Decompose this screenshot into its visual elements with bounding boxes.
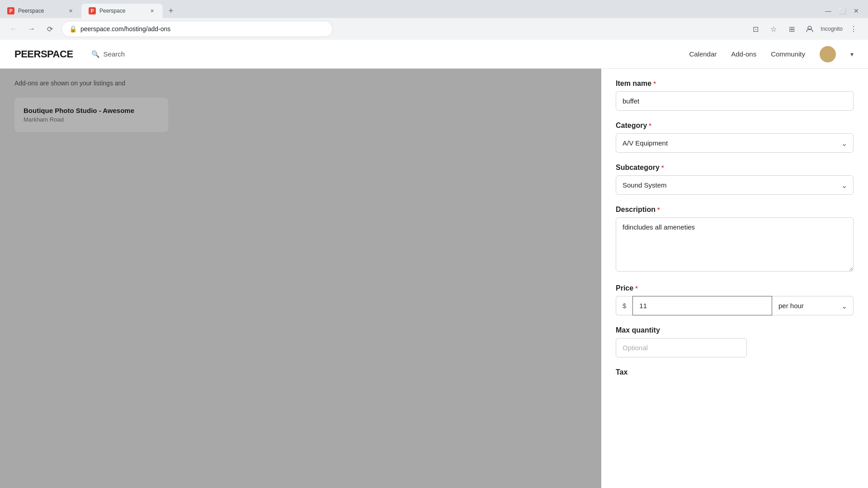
tab-2[interactable]: P Peerspace ✕	[81, 4, 163, 18]
incognito-label: Incognito	[821, 26, 843, 32]
subcategory-group: Subcategory * Sound System Microphone Pr…	[616, 164, 854, 195]
nav-calendar[interactable]: Calendar	[689, 50, 717, 58]
tab-favicon-1: P	[7, 7, 14, 14]
tab-bar: P Peerspace ✕ P Peerspace ✕ + — ⬜ ✕	[0, 0, 868, 18]
tab-close-1[interactable]: ✕	[67, 7, 74, 14]
user-avatar[interactable]	[820, 46, 836, 62]
url-text: peerspace.com/hosting/add-ons	[80, 25, 325, 33]
item-name-group: Item name *	[616, 80, 854, 111]
description-group: Description * fdincludes all ameneties	[616, 206, 854, 273]
tax-group: Tax	[616, 368, 854, 376]
search-button[interactable]: 🔍 Search	[91, 50, 125, 58]
modal-panel: Item name * Category * A/V Equipment Cat…	[601, 69, 868, 488]
description-textarea[interactable]: fdincludes all ameneties	[616, 217, 854, 272]
price-label: Price *	[616, 284, 854, 292]
browser-actions: ⊡ ☆ ⊞ Incognito ⋮	[748, 22, 861, 36]
bookmark-icon[interactable]: ☆	[766, 22, 781, 36]
minimize-button[interactable]: —	[823, 5, 833, 16]
nav-addons[interactable]: Add-ons	[731, 50, 756, 58]
subcategory-label: Subcategory *	[616, 164, 854, 172]
tab-close-2[interactable]: ✕	[148, 7, 156, 14]
description-label: Description *	[616, 206, 854, 214]
description-required: *	[657, 206, 660, 213]
tab-favicon-2: P	[89, 7, 96, 14]
browser-chrome: P Peerspace ✕ P Peerspace ✕ + — ⬜ ✕ ← → …	[0, 0, 868, 40]
category-group: Category * A/V Equipment Catering Photog…	[616, 122, 854, 153]
window-controls: — ⬜ ✕	[823, 5, 868, 16]
search-icon: 🔍	[91, 50, 100, 58]
price-row: $ per hour per day flat fee ⌄	[616, 296, 854, 315]
more-options-button[interactable]: ⋮	[846, 22, 861, 36]
main-nav: Calendar Add-ons Community ▾	[689, 46, 854, 62]
price-required: *	[635, 285, 637, 292]
close-button[interactable]: ✕	[852, 5, 861, 16]
page-content: Add-ons are shown on your listings and B…	[0, 69, 868, 488]
lock-icon: 🔒	[69, 25, 77, 33]
max-quantity-group: Max quantity	[616, 326, 854, 357]
max-quantity-label: Max quantity	[616, 326, 854, 334]
price-currency-symbol: $	[616, 296, 632, 315]
subcategory-required: *	[661, 164, 664, 171]
new-tab-button[interactable]: +	[165, 5, 177, 17]
item-name-input[interactable]	[616, 91, 854, 111]
tax-label: Tax	[616, 368, 854, 376]
max-quantity-input[interactable]	[616, 338, 747, 357]
url-bar[interactable]: 🔒 peerspace.com/hosting/add-ons	[61, 21, 333, 37]
maximize-button[interactable]: ⬜	[837, 5, 848, 16]
avatar-dropdown-icon[interactable]: ▾	[850, 51, 854, 58]
item-name-required: *	[653, 80, 656, 87]
profile-extensions-icon[interactable]: ⊞	[784, 22, 799, 36]
tab-1[interactable]: P Peerspace ✕	[0, 4, 81, 18]
search-label: Search	[104, 50, 125, 58]
price-unit-wrapper: per hour per day flat fee ⌄	[772, 296, 854, 315]
category-select-wrapper: A/V Equipment Catering Photography Decor…	[616, 133, 854, 153]
category-select[interactable]: A/V Equipment Catering Photography Decor…	[616, 133, 854, 153]
forward-button[interactable]: →	[25, 23, 38, 35]
back-button[interactable]: ←	[7, 23, 20, 35]
subcategory-select[interactable]: Sound System Microphone Projector Screen…	[616, 175, 854, 195]
address-bar: ← → ⟳ 🔒 peerspace.com/hosting/add-ons ⊡ …	[0, 18, 868, 40]
nav-community[interactable]: Community	[771, 50, 805, 58]
cast-icon[interactable]: ⊡	[748, 22, 763, 36]
incognito-icon	[802, 22, 817, 36]
item-name-label: Item name *	[616, 80, 854, 88]
peerspace-header: PEERSPACE 🔍 Search Calendar Add-ons Comm…	[0, 40, 868, 69]
price-group: Price * $ per hour per day flat fee ⌄	[616, 284, 854, 315]
tab-title-2: Peerspace	[99, 8, 145, 14]
tab-title-1: Peerspace	[18, 8, 63, 14]
subcategory-select-wrapper: Sound System Microphone Projector Screen…	[616, 175, 854, 195]
refresh-button[interactable]: ⟳	[43, 23, 56, 35]
price-unit-select[interactable]: per hour per day flat fee	[772, 296, 854, 315]
category-required: *	[649, 122, 651, 129]
category-label: Category *	[616, 122, 854, 130]
price-input[interactable]	[632, 296, 772, 315]
peerspace-logo: PEERSPACE	[14, 48, 73, 60]
